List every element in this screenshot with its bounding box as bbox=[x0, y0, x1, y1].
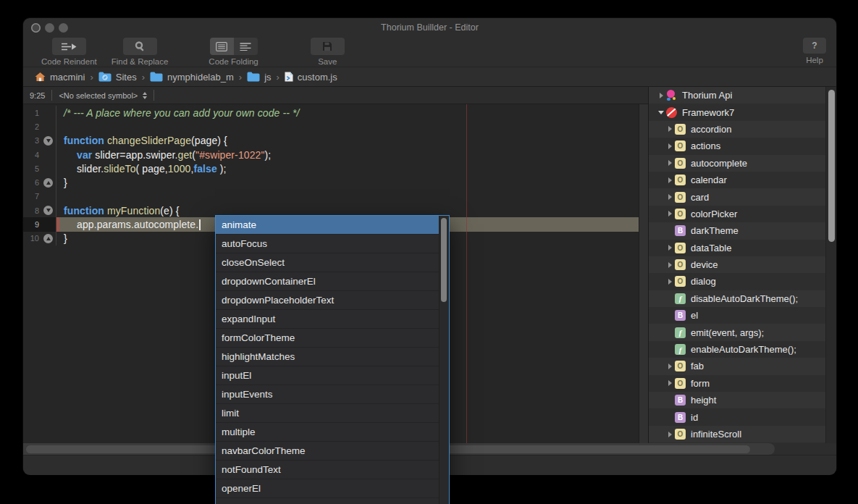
tree-item-infinitescroll[interactable]: OinfiniteScroll bbox=[649, 426, 826, 442]
token-plain: app.params.autocomplete. bbox=[77, 219, 198, 230]
help-button[interactable]: ? Help bbox=[803, 38, 826, 64]
sidebar-scrollbar[interactable] bbox=[825, 87, 836, 443]
breadcrumb-item-js[interactable]: js bbox=[247, 72, 271, 83]
breadcrumb-item-sites[interactable]: Sites bbox=[98, 72, 137, 83]
tree-item-id[interactable]: Bid bbox=[649, 408, 826, 425]
api-tree-panel: Thorium ApiFramework7OaccordionOactionsO… bbox=[648, 87, 836, 443]
folding-on-button[interactable] bbox=[210, 38, 234, 55]
chevron-right-icon[interactable] bbox=[665, 211, 675, 217]
autocomplete-item-multiple[interactable]: multiple bbox=[216, 423, 449, 442]
tree-item-calendar[interactable]: Ocalendar bbox=[649, 172, 826, 188]
autocomplete-item-closeonselect[interactable]: closeOnSelect bbox=[216, 253, 449, 272]
fold-spacer bbox=[42, 190, 56, 203]
token-function: slideTo bbox=[104, 163, 135, 175]
tree-item-form[interactable]: Oform bbox=[649, 375, 826, 392]
chevron-right-icon[interactable] bbox=[665, 262, 675, 268]
tree-item-actions[interactable]: Oactions bbox=[649, 138, 826, 154]
code-line-6[interactable]: 6} bbox=[23, 175, 639, 189]
autocomplete-scrollbar[interactable] bbox=[439, 216, 449, 504]
object-icon: O bbox=[675, 124, 686, 135]
chevron-right-icon[interactable] bbox=[665, 364, 675, 369]
code-line-3[interactable]: 3function changeSliderPage(page) { bbox=[23, 134, 639, 148]
chevron-right-icon[interactable] bbox=[665, 126, 675, 132]
fold-open-icon[interactable] bbox=[42, 134, 56, 148]
chevron-right-icon[interactable] bbox=[665, 143, 675, 149]
autocomplete-item-openin[interactable]: openIn bbox=[216, 498, 449, 504]
tree-item-accordion[interactable]: Oaccordion bbox=[649, 121, 826, 138]
tree-item-thorium-api[interactable]: Thorium Api bbox=[649, 87, 826, 104]
fold-close-icon[interactable] bbox=[42, 232, 56, 245]
sidebar-scrollbar-thumb[interactable] bbox=[828, 90, 835, 242]
line-content: slider.slideTo( page,1000,false ); bbox=[56, 161, 639, 175]
fold-open-icon[interactable] bbox=[42, 203, 56, 217]
symbol-stepper-icon bbox=[143, 92, 147, 99]
autocomplete-item-openerel[interactable]: openerEl bbox=[216, 479, 449, 498]
folding-off-button[interactable] bbox=[234, 38, 258, 55]
code-line-7[interactable]: 7 bbox=[23, 190, 639, 203]
fold-circle bbox=[43, 234, 53, 243]
token-plain: slider=app.swiper. bbox=[95, 149, 177, 161]
autocomplete-scrollbar-thumb[interactable] bbox=[441, 218, 447, 302]
cursor-position: 9:25 bbox=[23, 90, 52, 101]
code-line-5[interactable]: 5slider.slideTo( page,1000,false ); bbox=[23, 161, 639, 175]
find-replace-button[interactable]: Find & Replace bbox=[112, 38, 169, 66]
code-line-2[interactable]: 2 bbox=[23, 119, 639, 133]
breadcrumb-separator: › bbox=[90, 72, 93, 83]
tree-item-label: autocomplete bbox=[691, 158, 747, 169]
autocomplete-item-dropdowncontainerel[interactable]: dropdownContainerEl bbox=[216, 272, 449, 291]
tree-item-device[interactable]: Odevice bbox=[649, 256, 826, 273]
tree-item-el[interactable]: Bel bbox=[649, 307, 826, 324]
autocomplete-item-navbarcolortheme[interactable]: navbarColorTheme bbox=[216, 442, 449, 461]
chevron-right-icon[interactable] bbox=[656, 93, 666, 98]
arrow-triangle bbox=[658, 111, 664, 114]
tree-item-darktheme[interactable]: BdarkTheme bbox=[649, 222, 826, 239]
autocomplete-item-limit[interactable]: limit bbox=[216, 404, 449, 423]
code-reindent-button[interactable]: Code Reindent bbox=[41, 38, 97, 66]
tree-item-colorpicker[interactable]: OcolorPicker bbox=[649, 206, 826, 222]
autocomplete-item-animate[interactable]: animate bbox=[216, 216, 449, 235]
breadcrumb-item-macmini[interactable]: macmini bbox=[35, 72, 85, 83]
autocomplete-item-dropdownplaceholdertext[interactable]: dropdownPlaceholderText bbox=[216, 291, 449, 310]
fold-triangle bbox=[46, 181, 51, 185]
tree-item-emit-event-args[interactable]: femit(event, args); bbox=[649, 324, 826, 340]
autocomplete-item-inputel[interactable]: inputEl bbox=[216, 366, 449, 385]
autocomplete-item-expandinput[interactable]: expandInput bbox=[216, 310, 449, 329]
code-line-1[interactable]: 1/* --- A place where you can add your o… bbox=[23, 106, 639, 119]
chevron-right-icon[interactable] bbox=[665, 245, 675, 251]
function-icon: f bbox=[675, 327, 686, 338]
autocomplete-item-autofocus[interactable]: autoFocus bbox=[216, 235, 449, 253]
fold-circle bbox=[43, 178, 53, 188]
autocomplete-item-inputevents[interactable]: inputEvents bbox=[216, 385, 449, 404]
tree-item-height[interactable]: Bheight bbox=[649, 392, 826, 408]
chevron-right-icon[interactable] bbox=[665, 177, 675, 183]
breadcrumb-item-nymphidelab-m[interactable]: nymphidelab_m bbox=[150, 72, 234, 83]
fold-close-icon[interactable] bbox=[42, 175, 56, 189]
chevron-right-icon[interactable] bbox=[665, 160, 675, 166]
tree-item-enableautodarktheme[interactable]: fenableAutoDarkTheme(); bbox=[649, 341, 826, 358]
line-number: 2 bbox=[23, 119, 42, 133]
tree-item-autocomplete[interactable]: Oautocomplete bbox=[649, 155, 826, 172]
object-icon: O bbox=[675, 158, 686, 169]
code-line-4[interactable]: 4var slider=app.swiper.get("#swiper-1022… bbox=[23, 148, 639, 161]
chevron-right-icon[interactable] bbox=[665, 432, 675, 437]
breadcrumb-item-custom-js[interactable]: custom.js bbox=[285, 72, 337, 83]
autocomplete-item-notfoundtext[interactable]: notFoundText bbox=[216, 461, 449, 479]
line-number: 4 bbox=[23, 148, 42, 161]
chevron-right-icon[interactable] bbox=[665, 380, 675, 386]
tree-item-disableautodarktheme[interactable]: fdisableAutoDarkTheme(); bbox=[649, 290, 826, 307]
chevron-down-icon[interactable] bbox=[656, 111, 666, 114]
chevron-right-icon[interactable] bbox=[665, 194, 675, 200]
chevron-right-icon[interactable] bbox=[665, 279, 675, 285]
tree-item-dialog[interactable]: Odialog bbox=[649, 273, 826, 290]
titlebar[interactable]: Thorium Buillder - Editor bbox=[23, 18, 836, 38]
tree-item-datatable[interactable]: OdataTable bbox=[649, 240, 826, 256]
tree-item-framework7[interactable]: Framework7 bbox=[649, 104, 826, 120]
autocomplete-item-highlightmatches[interactable]: highlightMatches bbox=[216, 348, 449, 366]
tree-item-card[interactable]: Ocard bbox=[649, 188, 826, 205]
autocomplete-item-formcolortheme[interactable]: formColorTheme bbox=[216, 329, 449, 348]
breadcrumb-label: nymphidelab_m bbox=[167, 72, 234, 83]
editor-vertical-scrollbar[interactable] bbox=[639, 104, 649, 443]
symbol-selector[interactable]: <No selected symbol> bbox=[52, 90, 154, 101]
tree-item-fab[interactable]: Ofab bbox=[649, 358, 826, 374]
save-button[interactable]: Save bbox=[311, 38, 345, 66]
